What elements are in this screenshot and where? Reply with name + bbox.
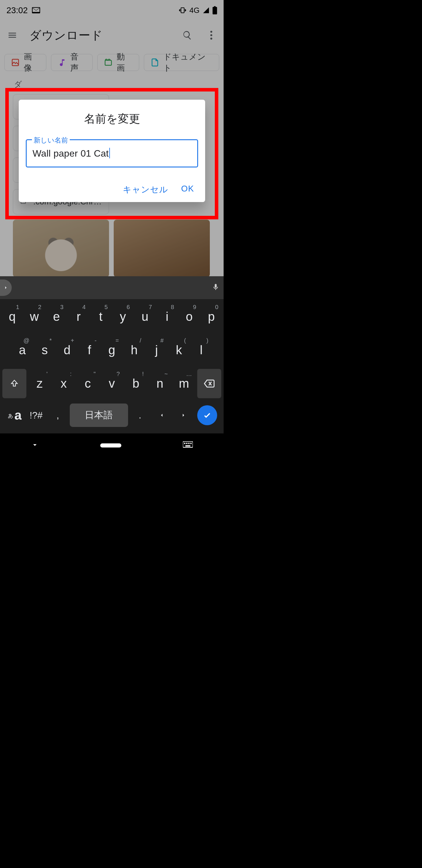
image-thumbnail[interactable]	[114, 220, 210, 277]
network-label: 4G	[189, 6, 200, 15]
key-e[interactable]: e3	[46, 302, 67, 331]
mail-icon	[32, 7, 40, 13]
key-b[interactable]: b!	[125, 369, 147, 398]
cursor-left-key[interactable]	[152, 403, 171, 427]
symbols-key[interactable]: !?#	[26, 403, 46, 427]
enter-key[interactable]	[197, 405, 217, 425]
space-key[interactable]: 日本語	[70, 403, 128, 427]
svg-rect-10	[186, 445, 191, 446]
key-c[interactable]: c"	[77, 369, 98, 398]
svg-point-0	[210, 31, 213, 33]
page-title: ダウンロード	[29, 27, 103, 43]
key-d[interactable]: d+	[57, 336, 77, 365]
key-f[interactable]: f-	[79, 336, 99, 365]
ok-button[interactable]: OK	[181, 184, 194, 195]
key-y[interactable]: y6	[113, 302, 133, 331]
nav-back-icon[interactable]	[31, 441, 39, 450]
shift-key[interactable]	[2, 369, 26, 398]
signal-icon	[202, 7, 209, 14]
svg-rect-8	[188, 443, 190, 444]
more-menu-icon[interactable]	[204, 28, 218, 42]
cancel-button[interactable]: キャンセル	[123, 184, 168, 195]
key-h[interactable]: h/	[124, 336, 144, 365]
soft-keyboard: q1w2e3r4t5y6u7i8o9p0 a@s*d+f-g=h/j#k(l) …	[0, 276, 224, 433]
comma-key[interactable]: ,	[48, 403, 67, 427]
field-value: Wall paper 01 Cat	[33, 148, 109, 159]
chip-image[interactable]: 画像	[4, 54, 46, 71]
battery-icon	[213, 6, 217, 14]
period-key[interactable]: .	[130, 403, 150, 427]
rename-dialog: 名前を変更 新しい名前 Wall paper 01 Cat キャンセル OK	[19, 100, 205, 202]
svg-rect-4	[105, 60, 112, 65]
key-k[interactable]: k(	[169, 336, 189, 365]
expand-suggestions-icon[interactable]	[0, 279, 12, 296]
mic-icon[interactable]	[212, 283, 220, 293]
key-q[interactable]: q1	[2, 302, 22, 331]
cursor-right-key[interactable]	[174, 403, 193, 427]
chip-document[interactable]: ドキュメント	[144, 54, 219, 71]
key-r[interactable]: r4	[69, 302, 89, 331]
svg-rect-7	[186, 443, 187, 444]
status-bar: 23:02 4G	[0, 0, 224, 21]
key-o[interactable]: o9	[180, 302, 199, 331]
svg-point-1	[210, 34, 213, 36]
key-m[interactable]: m…	[173, 369, 195, 398]
chip-video[interactable]: 動画	[97, 54, 139, 71]
field-label: 新しい名前	[32, 136, 70, 145]
image-thumbnail[interactable]	[13, 220, 109, 277]
app-bar: ダウンロード	[0, 21, 224, 50]
section-label: ダ	[0, 75, 224, 91]
hamburger-menu-icon[interactable]	[5, 28, 19, 42]
backspace-key[interactable]	[197, 369, 221, 398]
rename-input[interactable]: 新しい名前 Wall paper 01 Cat	[26, 139, 198, 167]
dialog-title: 名前を変更	[26, 112, 198, 126]
key-g[interactable]: g=	[102, 336, 122, 365]
vibrate-icon	[179, 6, 186, 14]
nav-home-pill[interactable]	[100, 443, 121, 447]
language-toggle-key[interactable]: ぁa	[5, 403, 24, 427]
key-w[interactable]: w2	[25, 302, 44, 331]
key-j[interactable]: j#	[147, 336, 166, 365]
key-s[interactable]: s*	[35, 336, 55, 365]
filter-chips: 画像 音声 動画 ドキュメント	[0, 50, 224, 75]
key-a[interactable]: a@	[12, 336, 32, 365]
key-n[interactable]: n~	[149, 369, 171, 398]
key-t[interactable]: t5	[91, 302, 111, 331]
chip-audio[interactable]: 音声	[51, 54, 93, 71]
key-z[interactable]: z'	[29, 369, 51, 398]
search-icon[interactable]	[180, 28, 194, 42]
svg-rect-6	[184, 443, 185, 444]
key-v[interactable]: v?	[101, 369, 123, 398]
status-time: 23:02	[6, 6, 28, 15]
key-i[interactable]: i8	[157, 302, 177, 331]
system-nav-bar	[0, 433, 224, 458]
key-l[interactable]: l)	[191, 336, 211, 365]
svg-point-2	[210, 37, 213, 39]
nav-keyboard-icon[interactable]	[183, 441, 193, 450]
key-x[interactable]: x:	[53, 369, 74, 398]
svg-rect-9	[191, 443, 192, 444]
key-u[interactable]: u7	[135, 302, 155, 331]
key-p[interactable]: p0	[202, 302, 222, 331]
text-caret	[109, 148, 110, 158]
